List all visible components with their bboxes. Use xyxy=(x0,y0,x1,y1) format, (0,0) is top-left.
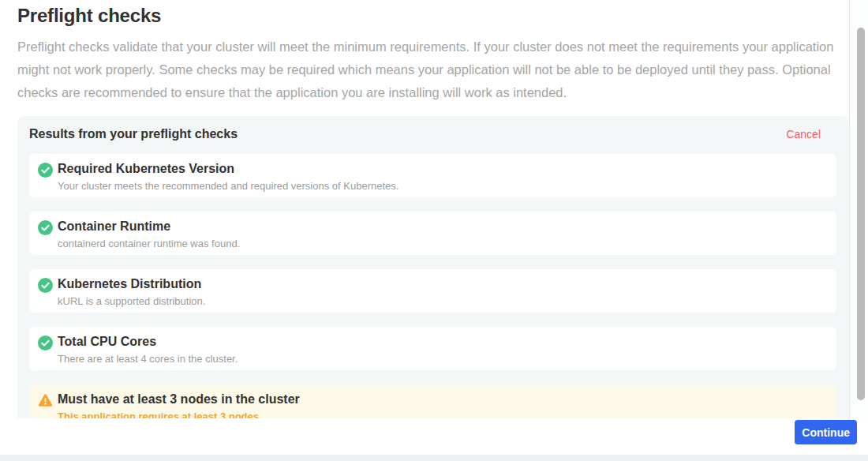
warning-triangle-icon xyxy=(38,393,53,408)
check-description: containerd container runtime was found. xyxy=(58,238,829,249)
results-panel-title: Results from your preflight checks xyxy=(29,127,238,141)
check-circle-icon xyxy=(38,163,53,178)
check-circle-icon xyxy=(38,335,53,350)
scroll-region: Preflight checks Preflight checks valida… xyxy=(0,0,868,418)
page-content: Preflight checks Preflight checks valida… xyxy=(0,0,868,418)
cancel-link[interactable]: Cancel xyxy=(786,128,821,141)
check-result-row: Container Runtime containerd container r… xyxy=(29,212,836,255)
check-description: Your cluster meets the recommended and r… xyxy=(58,180,829,192)
scrollbar-thumb[interactable] xyxy=(857,28,865,400)
check-title: Must have at least 3 nodes in the cluste… xyxy=(58,392,829,407)
footer: Continue xyxy=(0,418,868,455)
results-panel: Results from your preflight checks Cance… xyxy=(17,116,849,418)
results-panel-header: Results from your preflight checks Cance… xyxy=(29,126,821,143)
check-circle-icon xyxy=(38,220,53,235)
page-description: Preflight checks validate that your clus… xyxy=(17,36,849,104)
check-title: Total CPU Cores xyxy=(58,334,829,349)
vertical-scrollbar xyxy=(849,0,868,418)
checks-list: Required Kubernetes Version Your cluster… xyxy=(29,154,836,418)
continue-button[interactable]: Continue xyxy=(795,420,857,444)
check-result-row: Must have at least 3 nodes in the cluste… xyxy=(29,384,836,418)
check-title: Required Kubernetes Version xyxy=(58,161,829,176)
check-description: This application requires at least 3 nod… xyxy=(58,410,829,418)
preflight-page: Preflight checks Preflight checks valida… xyxy=(0,0,868,461)
check-result-row: Kubernetes Distribution kURL is a suppor… xyxy=(29,269,836,313)
check-circle-icon xyxy=(38,278,53,293)
check-result-row: Required Kubernetes Version Your cluster… xyxy=(29,154,836,197)
check-title: Container Runtime xyxy=(58,219,829,234)
check-description: kURL is a supported distribution. xyxy=(58,295,829,307)
check-result-row: Total CPU Cores There are at least 4 cor… xyxy=(29,327,836,370)
page-title: Preflight checks xyxy=(17,6,849,26)
bottom-strip xyxy=(0,455,868,461)
check-title: Kubernetes Distribution xyxy=(58,276,829,291)
check-description: There are at least 4 cores in the cluste… xyxy=(58,353,829,365)
